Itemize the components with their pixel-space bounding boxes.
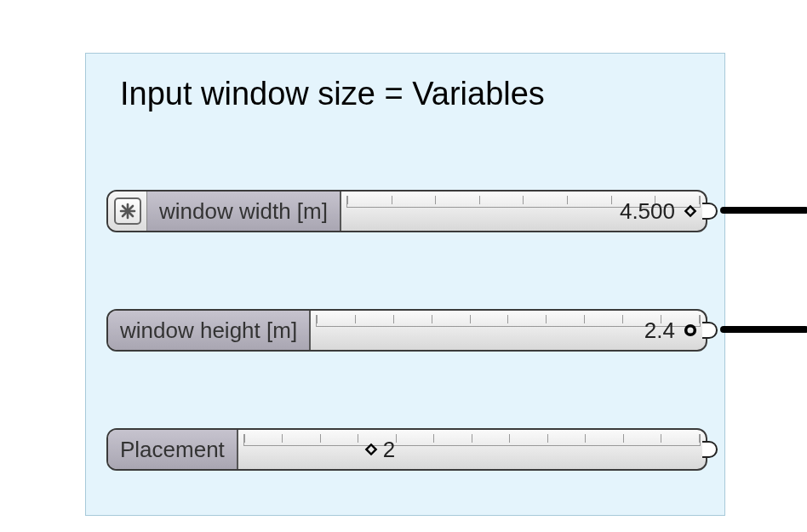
slider-label: window width [m] (147, 192, 341, 231)
slider-handle-diamond-icon[interactable] (684, 204, 697, 218)
svg-point-5 (686, 326, 695, 335)
slider-window-height[interactable]: window height [m] 2.4 (106, 309, 707, 352)
slider-track[interactable]: 2.4 (311, 311, 706, 350)
output-port[interactable] (702, 203, 718, 220)
slider-window-width[interactable]: window width [m] 4.500 (106, 190, 707, 232)
slider-value: 2.4 (644, 317, 675, 344)
asterisk-icon (114, 197, 141, 225)
slider-label: window height [m] (108, 311, 311, 350)
slider-placement[interactable]: Placement 2 (106, 428, 707, 471)
svg-rect-4 (685, 206, 695, 215)
slider-handle-diamond-icon[interactable] (364, 443, 378, 456)
group-title: Input window size = Variables (120, 76, 545, 112)
output-port[interactable] (702, 322, 718, 339)
expression-icon[interactable] (108, 192, 147, 231)
slider-handle-ring-icon[interactable] (684, 323, 697, 337)
slider-value: 4.500 (620, 198, 675, 225)
variables-group: Input window size = Variables window wid… (85, 53, 725, 516)
svg-rect-6 (366, 444, 375, 454)
connection-wire (720, 207, 807, 214)
slider-track[interactable]: 4.500 (341, 192, 706, 231)
connection-wire (720, 326, 807, 333)
slider-value: 2 (383, 437, 395, 463)
slider-label: Placement (108, 430, 238, 469)
output-port[interactable] (702, 441, 718, 458)
slider-track[interactable]: 2 (238, 430, 706, 469)
